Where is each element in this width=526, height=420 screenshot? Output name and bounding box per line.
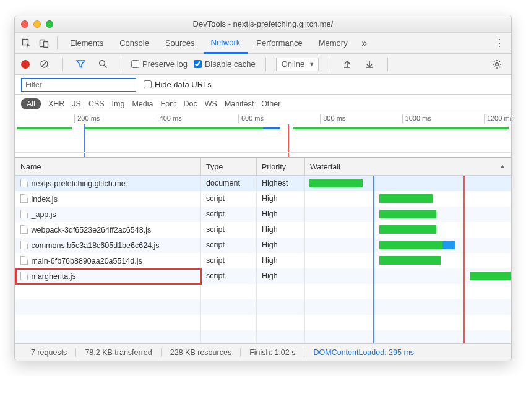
type-filter-manifest[interactable]: Manifest <box>225 100 254 108</box>
type-filter-img[interactable]: Img <box>112 100 125 108</box>
type-filter-other[interactable]: Other <box>261 100 280 108</box>
file-icon <box>20 256 28 265</box>
kebab-menu-icon[interactable]: ⋮ <box>491 35 507 51</box>
tab-sources[interactable]: Sources <box>158 33 202 54</box>
cell-type: script <box>201 268 257 284</box>
separator <box>265 58 266 71</box>
waterfall-bar <box>379 210 437 218</box>
cell-priority: High <box>257 253 305 268</box>
col-priority[interactable]: Priority <box>257 158 305 176</box>
clear-icon[interactable] <box>36 56 52 72</box>
type-filter-all[interactable]: All <box>21 98 41 109</box>
svg-point-5 <box>99 61 105 66</box>
ruler-tick: 600 ms <box>238 114 264 123</box>
ruler-tick: 1000 ms <box>402 114 431 123</box>
cell-waterfall <box>305 191 511 207</box>
tab-console[interactable]: Console <box>112 33 157 54</box>
tab-network[interactable]: Network <box>204 33 248 54</box>
file-icon <box>20 272 28 280</box>
record-button[interactable] <box>21 60 30 69</box>
cell-priority: High <box>257 268 305 284</box>
file-icon <box>20 225 28 234</box>
type-filter-font[interactable]: Font <box>161 100 176 108</box>
throttling-select[interactable]: Online <box>276 58 319 71</box>
cell-type: script <box>201 191 257 207</box>
type-filter-xhr[interactable]: XHR <box>48 100 64 108</box>
close-window-icon[interactable] <box>21 20 28 28</box>
resource-type-filters: All XHR JS CSS Img Media Font Doc WS Man… <box>15 95 511 113</box>
type-filter-ws[interactable]: WS <box>205 100 217 108</box>
cell-name[interactable]: commons.b5c3a18c605d1be6c624.js <box>15 238 201 253</box>
request-row[interactable]: _app.jsscriptHigh <box>15 207 511 222</box>
type-filter-doc[interactable]: Doc <box>184 100 197 108</box>
cell-name[interactable]: index.js <box>15 191 201 207</box>
devtools-window: DevTools - nextjs-prefetching.glitch.me/… <box>14 15 512 361</box>
more-tabs-icon[interactable]: » <box>356 35 373 51</box>
cell-priority: High <box>257 238 305 253</box>
disable-cache-checkbox[interactable]: Disable cache <box>194 59 256 69</box>
tab-memory[interactable]: Memory <box>311 33 355 54</box>
svg-point-7 <box>496 62 499 66</box>
status-request-count: 7 requests <box>22 348 76 357</box>
cell-waterfall <box>305 207 511 222</box>
cell-name[interactable]: _app.js <box>15 207 201 222</box>
filter-input[interactable] <box>21 78 136 92</box>
request-row[interactable]: main-6fb76b8890aa20a5514d.jsscriptHigh <box>15 253 511 268</box>
cell-name[interactable]: main-6fb76b8890aa20a5514d.js <box>15 253 201 268</box>
upload-har-icon[interactable] <box>339 56 355 72</box>
svg-line-4 <box>41 62 46 67</box>
inspect-element-icon[interactable] <box>19 35 35 51</box>
waterfall-bar <box>379 256 441 265</box>
svg-line-6 <box>104 66 106 68</box>
cell-name[interactable]: margherita.js <box>15 268 201 284</box>
separator <box>62 58 63 71</box>
empty-row <box>15 284 511 299</box>
timeline-ruler[interactable]: 200 ms400 ms600 ms800 ms1000 ms1200 ms <box>15 113 511 124</box>
status-transferred: 78.2 KB transferred <box>76 348 161 357</box>
request-row[interactable]: index.jsscriptHigh <box>15 191 511 207</box>
preserve-log-checkbox[interactable]: Preserve log <box>131 59 188 69</box>
type-filter-js[interactable]: JS <box>72 100 81 108</box>
cell-name[interactable]: nextjs-prefetching.glitch.me <box>15 176 201 191</box>
type-filter-media[interactable]: Media <box>132 100 153 108</box>
zoom-window-icon[interactable] <box>46 20 53 28</box>
type-filter-css[interactable]: CSS <box>88 100 105 108</box>
window-title: DevTools - nextjs-prefetching.glitch.me/ <box>15 19 511 28</box>
tab-elements[interactable]: Elements <box>63 33 111 54</box>
ruler-tick: 1200 ms <box>484 114 512 123</box>
hide-data-urls-checkbox[interactable]: Hide data URLs <box>144 80 212 89</box>
tab-performance[interactable]: Performance <box>249 33 309 54</box>
panel-tabbar: Elements Console Sources Network Perform… <box>15 33 511 54</box>
col-type[interactable]: Type <box>201 158 257 176</box>
cell-name[interactable]: webpack-3df6523e264ff2ac6548.js <box>15 222 201 238</box>
search-icon[interactable] <box>95 56 111 72</box>
col-waterfall[interactable]: Waterfall <box>305 158 511 176</box>
ruler-tick: 200 ms <box>74 114 100 123</box>
cell-priority: High <box>257 222 305 238</box>
timeline-overview[interactable] <box>15 124 511 158</box>
ruler-tick: 400 ms <box>157 114 182 123</box>
waterfall-bar <box>442 241 455 249</box>
cell-waterfall <box>305 222 511 238</box>
request-row[interactable]: webpack-3df6523e264ff2ac6548.jsscriptHig… <box>15 222 511 238</box>
cell-waterfall <box>305 176 511 191</box>
device-toolbar-icon[interactable] <box>36 35 52 51</box>
minimize-window-icon[interactable] <box>33 20 41 28</box>
cell-priority: High <box>257 207 305 222</box>
request-row[interactable]: commons.b5c3a18c605d1be6c624.jsscriptHig… <box>15 238 511 253</box>
download-har-icon[interactable] <box>361 56 377 72</box>
request-row[interactable]: margherita.jsscriptHigh <box>15 268 511 284</box>
settings-gear-icon[interactable] <box>489 56 505 72</box>
filter-icon[interactable] <box>72 56 88 72</box>
status-domcontentloaded: DOMContentLoaded: 295 ms <box>304 348 423 357</box>
separator <box>121 58 121 71</box>
file-icon <box>20 194 28 203</box>
status-finish: Finish: 1.02 s <box>241 348 304 357</box>
cell-waterfall <box>305 268 511 284</box>
empty-row <box>15 330 511 344</box>
status-bar: 7 requests 78.2 KB transferred 228 KB re… <box>15 343 511 361</box>
request-row[interactable]: nextjs-prefetching.glitch.medocumentHigh… <box>15 176 511 191</box>
separator <box>329 58 329 71</box>
col-name[interactable]: Name <box>15 158 201 176</box>
empty-row <box>15 299 511 315</box>
